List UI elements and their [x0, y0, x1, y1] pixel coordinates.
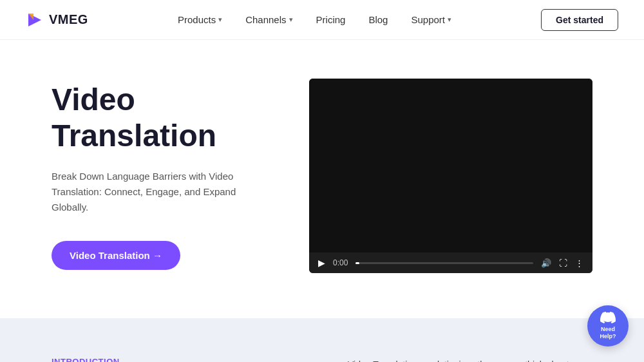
hero-subtitle: Break Down Language Barriers with Video …: [52, 169, 258, 215]
get-started-button[interactable]: Get started: [541, 9, 618, 31]
nav-item-channels[interactable]: Channels ▾: [245, 14, 292, 25]
video-controls: ▶ 0:00 🔊 ⛶ ⋮: [309, 252, 592, 273]
logo-icon: [26, 11, 44, 29]
nav-link-products[interactable]: Products ▾: [178, 14, 222, 25]
chevron-down-icon: ▾: [289, 15, 293, 24]
video-screen: [309, 79, 592, 252]
intro-left: Introduction Leveraging Video Translatio…: [52, 357, 296, 362]
video-player: ▶ 0:00 🔊 ⛶ ⋮: [309, 79, 592, 273]
discord-help-label: NeedHelp?: [600, 326, 616, 340]
volume-icon[interactable]: 🔊: [541, 258, 551, 268]
video-progress-fill: [355, 262, 359, 264]
fullscreen-icon[interactable]: ⛶: [559, 258, 567, 268]
video-time: 0:00: [333, 258, 348, 267]
logo-text: VMEG: [49, 12, 88, 27]
play-button[interactable]: ▶: [318, 258, 325, 268]
intro-right: Video Translation revolutionizes the way…: [348, 357, 592, 362]
hero-cta-button[interactable]: Video Translation →: [52, 241, 180, 270]
hero-title: Video Translation: [52, 82, 283, 153]
navbar: VMEG Products ▾ Channels ▾ Pricing Blog: [0, 0, 644, 40]
nav-link-pricing[interactable]: Pricing: [316, 14, 346, 25]
nav-item-support[interactable]: Support ▾: [411, 14, 451, 25]
nav-item-products[interactable]: Products ▾: [178, 14, 222, 25]
hero-content: Video Translation Break Down Language Ba…: [52, 82, 309, 269]
nav-link-blog[interactable]: Blog: [368, 14, 388, 25]
discord-icon: [600, 312, 616, 326]
more-options-icon[interactable]: ⋮: [575, 258, 583, 268]
intro-body: Video Translation revolutionizes the way…: [348, 357, 592, 362]
intro-label: Introduction: [52, 357, 296, 362]
nav-link-channels[interactable]: Channels ▾: [245, 14, 292, 25]
nav-links: Products ▾ Channels ▾ Pricing Blog Suppo…: [178, 14, 451, 25]
hero-video-area: ▶ 0:00 🔊 ⛶ ⋮: [309, 79, 592, 273]
hero-section: Video Translation Break Down Language Ba…: [0, 40, 644, 318]
nav-item-blog[interactable]: Blog: [368, 14, 388, 25]
nav-item-pricing[interactable]: Pricing: [316, 14, 346, 25]
chevron-down-icon: ▾: [448, 15, 451, 24]
video-progress-bar[interactable]: [355, 262, 533, 264]
intro-section: Introduction Leveraging Video Translatio…: [0, 318, 644, 362]
logo[interactable]: VMEG: [26, 11, 88, 29]
chevron-down-icon: ▾: [218, 15, 222, 24]
discord-help-button[interactable]: NeedHelp?: [587, 305, 629, 347]
nav-link-support[interactable]: Support ▾: [411, 14, 451, 25]
